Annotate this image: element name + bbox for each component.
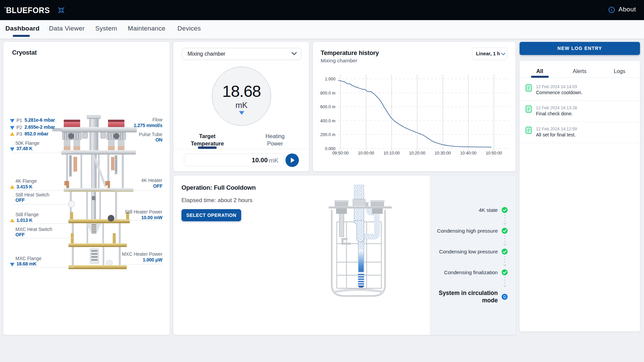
svg-text:10:20:00: 10:20:00 xyxy=(409,151,425,156)
svg-text:0.000: 0.000 xyxy=(325,146,335,151)
svg-text:200.0 m: 200.0 m xyxy=(320,132,335,137)
svg-text:09:50:00: 09:50:00 xyxy=(332,151,349,156)
svg-text:400.0 m: 400.0 m xyxy=(320,119,335,123)
svg-text:600.0 m: 600.0 m xyxy=(320,105,335,109)
svg-text:10:10:00: 10:10:00 xyxy=(383,151,400,156)
svg-text:1.000: 1.000 xyxy=(325,77,335,81)
svg-text:10:00:00: 10:00:00 xyxy=(358,151,374,156)
svg-text:10:50:00: 10:50:00 xyxy=(486,151,502,156)
svg-text:10:40:00: 10:40:00 xyxy=(460,151,477,156)
svg-text:10:30:00: 10:30:00 xyxy=(435,151,451,156)
svg-text:800.0 m: 800.0 m xyxy=(320,91,335,96)
